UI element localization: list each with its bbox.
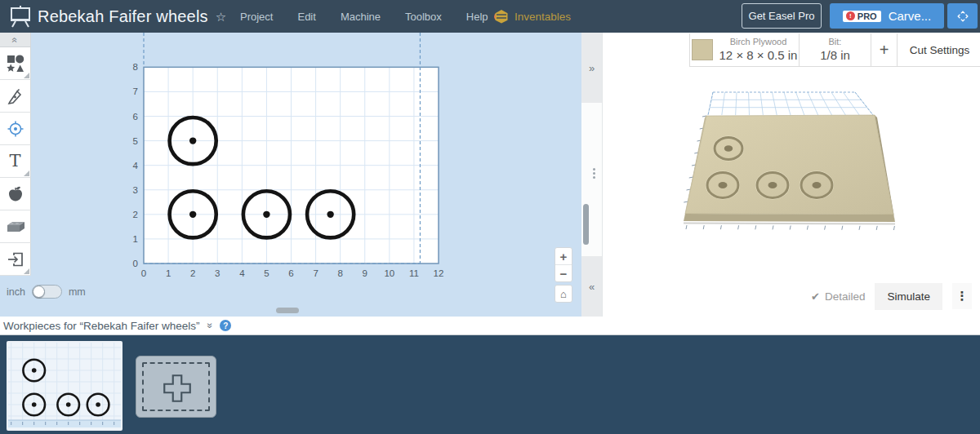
add-bit-button[interactable]: + [871,33,898,66]
y-axis-label: 1 [133,234,138,244]
design-canvas[interactable]: 0123456789101112012345678 inch mm + − ⌂ [0,33,581,317]
zoom-controls: + − [555,247,572,282]
detailed-checkbox[interactable]: ✔ Detailed [811,290,865,303]
bit-value: 1/8 in [820,48,850,64]
inventables-hexagon-icon [494,9,509,24]
wheel-center-drill[interactable] [327,211,333,218]
text-tool-icon: T [9,153,20,170]
menu-project[interactable]: Project [240,11,273,23]
zoom-home-button[interactable]: ⌂ [555,285,572,303]
wheel-center-drill[interactable] [263,211,270,218]
x-axis-label: 11 [409,268,419,278]
collapse-workpieces-icon[interactable]: » [204,323,216,329]
y-axis-label: 2 [133,210,138,219]
x-axis-label: 8 [337,268,342,278]
menu-edit[interactable]: Edit [297,11,315,23]
y-axis-label: 7 [133,86,138,96]
pro-badge: ! PRO [843,11,881,22]
workpiece-thumbnail-selected[interactable] [7,341,122,431]
x-axis-label: 6 [288,268,293,278]
menu-toolbox[interactable]: Toolbox [405,11,442,23]
preview-panel: Birch Plywood 12 × 8 × 0.5 in Bit: 1/8 i… [602,33,980,317]
plus-icon [160,371,194,405]
easel-logo-icon [8,5,33,28]
bit-label: Bit: [829,37,842,48]
y-axis-label: 6 [133,112,138,122]
get-easel-pro-button[interactable]: Get Easel Pro [742,3,822,29]
y-axis-label: 0 [133,259,138,268]
wood-board-top [685,115,893,215]
x-axis-label: 2 [190,268,195,278]
work-area-svg[interactable]: 0123456789101112012345678 [0,33,581,317]
vertical-scrollbar-thumb[interactable] [583,204,589,245]
simulation-controls: ✔ Detailed Simulate ⋮ [811,282,972,310]
apple-icon [7,185,24,203]
material-name: Birch Plywood [730,37,787,48]
y-axis-label: 5 [133,136,138,146]
tool-shapes[interactable] [0,47,31,80]
zoom-in-button[interactable]: + [555,248,572,265]
collapse-left-button[interactable]: « [581,256,602,317]
tool-material-blocks[interactable] [0,210,31,243]
kebab-menu-button[interactable]: ⋮ [952,283,972,309]
tool-text[interactable]: T [0,145,31,178]
flyout-corner [24,73,29,78]
horizontal-scrollbar-thumb[interactable] [276,308,299,313]
inventables-link[interactable]: Inventables [494,0,571,33]
carve-button[interactable]: ! PRO Carve... [830,3,944,29]
workpiece-thumbnail-svg [8,343,121,427]
material-dimensions: 12 × 8 × 0.5 in [719,48,798,64]
y-axis-label: 3 [133,185,138,195]
workpieces-header: Workpieces for “Rebekah Faifer wheels” »… [0,317,980,335]
brick-icon [6,219,25,235]
material-swatch [692,39,713,60]
x-axis-label: 4 [239,268,245,278]
y-axis-label: 8 [133,62,138,72]
flyout-corner [24,268,29,274]
simulate-button[interactable]: Simulate [875,283,942,310]
menu-bar: Project Edit Machine Toolbox Help [240,0,501,33]
favorite-star-icon[interactable]: ☆ [216,8,226,24]
add-workpiece-button[interactable] [136,356,216,418]
tool-palette: « [0,33,31,276]
material-header: Birch Plywood 12 × 8 × 0.5 in Bit: 1/8 i… [689,33,980,67]
x-axis-label: 10 [384,268,394,278]
x-axis-label: 0 [141,268,146,278]
tool-drill-points[interactable] [0,113,31,145]
unit-mm-label: mm [69,286,86,298]
drill-target-icon [7,120,24,138]
import-icon [7,250,24,268]
zoom-out-button[interactable]: − [555,265,572,281]
preview-3d-svg[interactable] [650,72,969,239]
wheel-center-drill[interactable] [189,137,196,144]
toggle-knob [33,286,45,298]
exclamation-icon: ! [846,11,855,20]
x-axis-label: 7 [313,268,318,278]
workpieces-title: Workpieces for “Rebekah Faifer wheels” [3,320,200,332]
bit-cell[interactable]: Bit: 1/8 in [800,33,871,66]
unit-toggle: inch mm [7,285,86,299]
x-axis-label: 1 [166,268,171,278]
x-axis-label: 9 [363,268,368,278]
shapes-icon [7,55,24,73]
x-axis-label: 3 [215,268,220,278]
pen-icon [7,87,24,105]
topbar-actions: Get Easel Pro ! PRO Carve... [742,3,978,29]
collapse-toolbar-button[interactable]: « [0,33,31,47]
easel-app: Rebekah Faifer wheels ☆ Project Edit Mac… [0,0,980,434]
project-title: Rebekah Faifer wheels [38,7,208,26]
material-cell[interactable]: Birch Plywood 12 × 8 × 0.5 in [690,33,800,66]
menu-machine[interactable]: Machine [341,11,381,23]
tool-pen[interactable] [0,80,31,113]
tool-apps[interactable] [0,178,31,210]
y-axis-label: 4 [133,161,139,170]
wheel-center-drill[interactable] [189,211,196,218]
top-bar: Rebekah Faifer wheels ☆ Project Edit Mac… [0,0,980,33]
cut-settings-button[interactable]: Cut Settings [898,33,980,66]
expand-right-button[interactable]: » [581,33,602,103]
unit-toggle-switch[interactable] [32,285,62,299]
divider-grip-handle[interactable] [593,166,595,180]
help-icon[interactable]: ? [220,320,231,331]
machine-jog-button[interactable] [947,3,978,29]
tool-import[interactable] [0,243,31,276]
